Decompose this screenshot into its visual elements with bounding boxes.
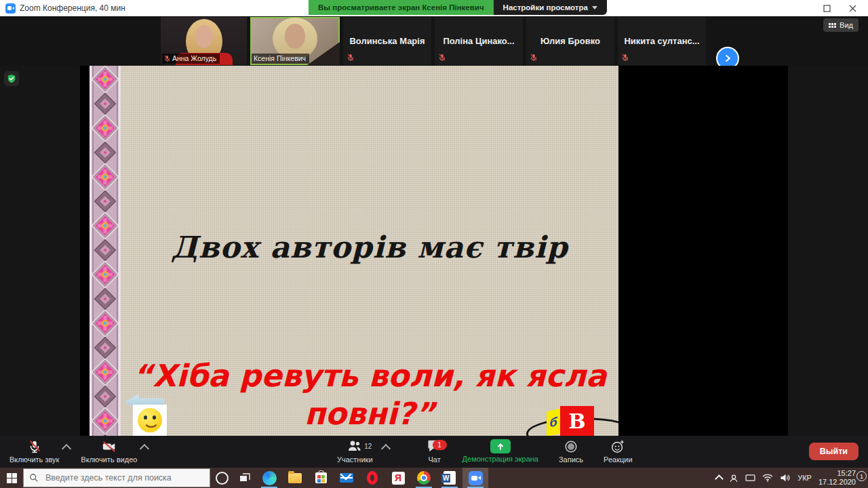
leave-meeting-button[interactable]: Выйти bbox=[809, 443, 859, 460]
maximize-button[interactable] bbox=[815, 0, 838, 16]
mic-off-icon bbox=[27, 439, 42, 454]
chevron-right-icon bbox=[724, 54, 732, 62]
taskbar-app-edge[interactable] bbox=[256, 468, 282, 488]
start-video-button[interactable]: Включить видео bbox=[81, 436, 137, 464]
back-navigation-decoration bbox=[125, 394, 172, 436]
yandex-browser-icon: Я bbox=[392, 472, 405, 485]
participants-options-chevron[interactable] bbox=[380, 444, 390, 453]
toolbar-center-group: 12 Участники 1 Чат Демонстрация экрана bbox=[337, 436, 633, 468]
taskbar-app-chrome[interactable] bbox=[411, 468, 437, 488]
unmute-label: Включить звук bbox=[9, 455, 59, 464]
participant-name: Юлия Бровко bbox=[540, 36, 600, 46]
video-tile[interactable]: Волинська Марія bbox=[343, 17, 431, 65]
mic-muted-icon bbox=[530, 54, 537, 62]
view-settings-label: Настройки просмотра bbox=[503, 3, 588, 12]
unmute-button[interactable]: Включить звук bbox=[9, 436, 59, 464]
participant-name: Никита султанс... bbox=[624, 36, 699, 46]
video-tile[interactable]: Поліна Цинако... bbox=[435, 17, 523, 65]
system-tray: УКР 15:27 17.12.2020 1 bbox=[716, 469, 868, 487]
taskbar-app-mail[interactable] bbox=[334, 468, 359, 488]
display-tray-icon[interactable] bbox=[745, 474, 755, 482]
video-options-chevron[interactable] bbox=[140, 444, 149, 453]
presentation-slide: Двох авторів має твір “Хіба ревуть воли,… bbox=[90, 66, 618, 436]
slide-canvas: Двох авторів має твір “Хіба ревуть воли,… bbox=[121, 66, 618, 436]
start-video-label: Включить видео bbox=[81, 455, 137, 464]
task-view-button[interactable] bbox=[233, 468, 256, 488]
maximize-icon bbox=[823, 5, 831, 12]
slide-title: Двох авторів має твір bbox=[121, 230, 618, 264]
close-button[interactable] bbox=[841, 0, 864, 16]
cortana-button[interactable] bbox=[210, 468, 233, 488]
window-titlebar: Zoom Конференция, 40 мин Вы просматривае… bbox=[0, 0, 868, 16]
mic-muted-icon bbox=[622, 54, 629, 62]
smiley-clipart bbox=[133, 405, 167, 436]
letter-cube-clipart: б В bbox=[526, 401, 618, 436]
zoom-taskbar-icon bbox=[469, 471, 483, 485]
taskbar-search[interactable] bbox=[23, 468, 210, 487]
participants-strip: Анна Жолудь Ксенія Пінкевич Волинська Ма… bbox=[0, 16, 868, 66]
record-icon bbox=[564, 439, 578, 454]
taskbar-app-store[interactable] bbox=[308, 468, 334, 488]
edge-icon bbox=[262, 471, 277, 485]
video-tile-active-speaker[interactable]: Ксенія Пінкевич bbox=[250, 17, 340, 65]
share-screen-button[interactable]: Демонстрация экрана bbox=[462, 436, 538, 463]
participant-name: Поліна Цинако... bbox=[443, 36, 514, 46]
meeting-toolbar: Включить звук Включить видео 12 Участник… bbox=[0, 436, 868, 468]
chat-label: Чат bbox=[428, 455, 440, 464]
participants-count: 12 bbox=[364, 443, 372, 450]
viewing-banner: Вы просматриваете экран Ксенія Пінкевич bbox=[309, 0, 494, 15]
shared-screen-area: Двох авторів має твір “Хіба ревуть воли,… bbox=[0, 66, 868, 436]
microsoft-store-icon bbox=[315, 472, 327, 483]
share-screen-label: Демонстрация экрана bbox=[462, 455, 538, 463]
chat-unread-badge: 1 bbox=[433, 440, 447, 450]
participant-name: Ксенія Пінкевич bbox=[254, 54, 306, 62]
video-tiles: Анна Жолудь Ксенія Пінкевич Волинська Ма… bbox=[161, 17, 706, 65]
video-tile[interactable]: Анна Жолудь bbox=[161, 17, 247, 65]
search-icon bbox=[29, 473, 39, 483]
tray-expand-chevron[interactable] bbox=[715, 474, 724, 483]
start-button[interactable] bbox=[0, 468, 23, 488]
taskbar-app-explorer[interactable] bbox=[282, 468, 308, 488]
video-off-icon bbox=[101, 439, 117, 454]
volume-icon[interactable] bbox=[780, 474, 791, 482]
word-icon bbox=[443, 471, 456, 485]
grid-view-icon bbox=[829, 23, 836, 28]
mail-icon bbox=[340, 473, 353, 483]
mic-muted-icon bbox=[164, 55, 170, 62]
cortana-icon bbox=[216, 472, 229, 485]
chrome-icon bbox=[417, 471, 431, 485]
zoom-meeting-window: Zoom Конференция, 40 мин Вы просматривае… bbox=[0, 0, 868, 488]
clock-date: 17.12.2020 bbox=[818, 478, 856, 486]
contact-tray-icon[interactable] bbox=[729, 474, 738, 483]
taskbar-app-opera[interactable] bbox=[359, 468, 385, 488]
taskbar-app-zoom-active[interactable] bbox=[462, 468, 488, 488]
wifi-icon[interactable] bbox=[762, 474, 773, 482]
view-layout-button[interactable]: Вид bbox=[823, 18, 859, 32]
video-tile[interactable]: Юлия Бровко bbox=[526, 17, 614, 65]
chat-button[interactable]: 1 Чат bbox=[427, 436, 442, 464]
audio-options-chevron[interactable] bbox=[62, 444, 71, 453]
windows-taskbar: Я УКР 15:27 17.12.2020 1 bbox=[0, 468, 868, 488]
taskbar-clock[interactable]: 15:27 17.12.2020 bbox=[818, 469, 856, 487]
embroidery-border bbox=[90, 66, 121, 436]
clock-time: 15:27 bbox=[837, 469, 856, 477]
language-indicator[interactable]: УКР bbox=[797, 474, 812, 482]
participants-button[interactable]: 12 Участники bbox=[337, 436, 373, 464]
reactions-button[interactable]: Реакции bbox=[604, 436, 633, 464]
security-shield-icon[interactable] bbox=[4, 71, 19, 86]
search-input[interactable] bbox=[44, 472, 189, 483]
video-tile[interactable]: Никита султанс... bbox=[618, 17, 706, 65]
taskbar-app-word[interactable] bbox=[437, 468, 462, 488]
zoom-app-icon bbox=[5, 3, 16, 14]
cube-side-face: б bbox=[547, 409, 560, 436]
participant-name: Волинська Марія bbox=[349, 36, 425, 46]
chevron-down-icon bbox=[592, 6, 597, 9]
cube-front-face: В bbox=[560, 406, 594, 436]
view-settings-button[interactable]: Настройки просмотра bbox=[494, 0, 607, 15]
file-explorer-icon bbox=[288, 473, 302, 483]
taskbar-app-yandex[interactable]: Я bbox=[385, 468, 411, 488]
record-button[interactable]: Запись bbox=[559, 436, 583, 464]
share-screen-icon bbox=[490, 439, 511, 453]
mic-muted-icon bbox=[439, 54, 446, 62]
window-title: Zoom Конференция, 40 мин bbox=[20, 3, 125, 13]
